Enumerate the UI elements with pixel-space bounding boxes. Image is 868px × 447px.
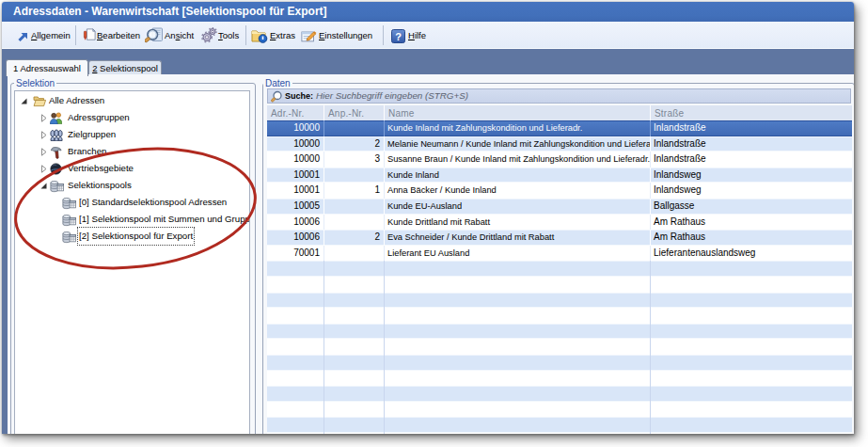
svg-text:?: ? bbox=[395, 30, 402, 41]
